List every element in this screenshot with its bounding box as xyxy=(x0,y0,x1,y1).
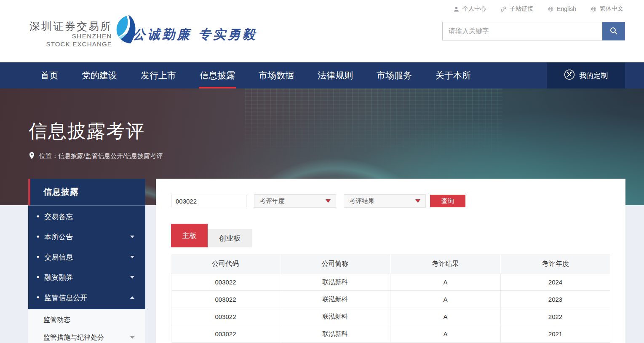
brand-name-en2: STOCK EXCHANGE xyxy=(46,40,112,48)
site-header: 个人中心 子站链接 English 繁体中文 深圳证券交易所 SHENZHEN … xyxy=(0,0,644,62)
content-row: 信息披露 • 交易备忘 • 本所公告 • 交易信息 • 融资融券 xyxy=(28,179,625,343)
nav-item[interactable]: 市场服务 xyxy=(376,62,413,88)
sidebar-item-label: 融资融券 xyxy=(44,273,73,282)
chevron-icon xyxy=(130,296,134,299)
search-icon xyxy=(609,27,618,36)
table-cell: 2023 xyxy=(500,291,610,308)
nav-item[interactable]: 关于本所 xyxy=(435,62,472,88)
site-search-input[interactable] xyxy=(442,22,602,40)
table-header-cell: 公司简称 xyxy=(280,255,390,273)
sidebar-item[interactable]: • 监管信息公开 xyxy=(28,287,145,308)
table-header-row: 公司代码公司简称考评结果考评年度 xyxy=(171,255,610,273)
nav-item[interactable]: 发行上市 xyxy=(140,62,177,88)
eval-year-select[interactable]: 考评年度 xyxy=(254,194,336,208)
evaluation-table: 公司代码公司简称考评结果考评年度 003022联泓新科A2024003022联泓… xyxy=(171,255,610,343)
query-button[interactable]: 查询 xyxy=(430,195,465,207)
eval-table-body: 003022联泓新科A2024003022联泓新科A2023003022联泓新科… xyxy=(171,273,610,343)
chevron-icon xyxy=(130,236,134,238)
my-customization-button[interactable]: 我的定制 xyxy=(547,62,625,88)
table-cell: 2022 xyxy=(500,308,610,325)
bullet-icon: • xyxy=(37,294,39,301)
link-icon xyxy=(500,6,507,12)
sidebar-item-label: 监管信息公开 xyxy=(44,293,87,303)
sidebar: 信息披露 • 交易备忘 • 本所公告 • 交易信息 • 融资融券 xyxy=(28,179,145,343)
board-tab[interactable]: 创业板 xyxy=(208,229,252,247)
table-cell: 联泓新科 xyxy=(280,325,390,343)
main-panel: 考评年度 考评结果 查询 主板创业板 公司代码公司简称考评结果考评年度 0030… xyxy=(156,179,625,343)
topbar-link[interactable]: English xyxy=(548,5,576,12)
table-cell: 联泓新科 xyxy=(280,308,390,325)
table-row: 003022联泓新科A2021 xyxy=(171,325,610,343)
topbar-link-label: 繁体中文 xyxy=(600,5,623,13)
table-cell: A xyxy=(390,308,501,325)
topbar-link-label: English xyxy=(557,5,576,12)
my-customization-label: 我的定制 xyxy=(579,71,608,80)
nav-item[interactable]: 首页 xyxy=(40,62,59,88)
table-cell: 003022 xyxy=(171,273,280,291)
topbar-link[interactable]: 子站链接 xyxy=(500,5,533,13)
nav-item[interactable]: 信息披露 xyxy=(199,62,236,88)
table-cell: 003022 xyxy=(171,308,280,325)
table-cell: 003022 xyxy=(171,325,280,343)
sidebar-item[interactable]: • 本所公告 xyxy=(28,227,145,247)
sidebar-item[interactable]: • 交易信息 xyxy=(28,247,145,267)
brand-slogan: 公诚勤廉 专实勇毅 xyxy=(133,26,257,43)
page-title: 信息披露考评 xyxy=(29,119,145,144)
company-code-input[interactable] xyxy=(171,195,246,207)
table-cell: 联泓新科 xyxy=(280,273,390,291)
table-row: 003022联泓新科A2023 xyxy=(171,291,610,308)
chevron-down-icon xyxy=(130,336,134,339)
nav-item[interactable]: 法律规则 xyxy=(317,62,354,88)
table-cell: 联泓新科 xyxy=(280,291,390,308)
bullet-icon: • xyxy=(37,233,39,241)
table-header-cell: 公司代码 xyxy=(171,255,280,273)
bullet-icon: • xyxy=(37,273,39,281)
topbar-link[interactable]: 繁体中文 xyxy=(591,5,623,13)
brand-name-cn: 深圳证券交易所 xyxy=(29,20,112,32)
sidebar-item[interactable]: • 交易备忘 xyxy=(28,206,145,227)
topbar-link-label: 子站链接 xyxy=(510,5,533,13)
eval-result-select[interactable]: 考评结果 xyxy=(344,194,426,208)
board-tabs: 主板创业板 xyxy=(171,224,610,247)
topbar-link-label: 个人中心 xyxy=(462,5,486,13)
sidebar-title: 信息披露 xyxy=(28,179,145,205)
sidebar-item-label: 交易信息 xyxy=(44,252,73,262)
table-cell: 2021 xyxy=(500,325,610,343)
nav-item[interactable]: 市场数据 xyxy=(258,62,295,88)
user-icon xyxy=(453,6,460,12)
table-cell: 003022 xyxy=(171,291,280,308)
brand[interactable]: 深圳证券交易所 SHENZHEN STOCK EXCHANGE xyxy=(29,20,140,48)
site-search xyxy=(442,22,625,40)
breadcrumb: 位置：信息披露/监管信息公开/信息披露考评 xyxy=(29,152,163,161)
globe-icon xyxy=(548,6,554,12)
table-cell: A xyxy=(390,325,501,343)
table-row: 003022联泓新科A2022 xyxy=(171,308,610,325)
globe-icon xyxy=(591,6,597,12)
table-header-cell: 考评年度 xyxy=(500,255,610,273)
table-header-cell: 考评结果 xyxy=(390,255,501,273)
nav-item[interactable]: 党的建设 xyxy=(81,62,118,88)
sidebar-item-label: 本所公告 xyxy=(44,232,73,242)
sidebar-subitem-label: 监管措施与纪律处分 xyxy=(43,333,104,342)
eval-result-select-label: 考评结果 xyxy=(349,197,374,205)
eval-year-select-label: 考评年度 xyxy=(259,197,285,205)
table-cell: A xyxy=(390,291,501,308)
chevron-icon xyxy=(130,276,134,279)
dropdown-triangle-icon xyxy=(326,199,331,203)
brand-name-en1: SHENZHEN xyxy=(72,32,112,40)
main-nav: 首页党的建设发行上市信息披露市场数据法律规则市场服务关于本所 我的定制 xyxy=(0,62,644,88)
sidebar-subitem[interactable]: 监管动态 xyxy=(28,311,145,329)
bullet-icon: • xyxy=(37,213,39,220)
site-search-button[interactable] xyxy=(602,22,625,40)
breadcrumb-text: 位置：信息披露/监管信息公开/信息披露考评 xyxy=(39,152,163,160)
topbar-link[interactable]: 个人中心 xyxy=(453,5,486,13)
table-cell: A xyxy=(390,273,501,291)
location-pin-icon xyxy=(29,152,35,161)
sidebar-item[interactable]: • 融资融券 xyxy=(28,267,145,287)
filter-row: 考评年度 考评结果 查询 xyxy=(171,194,610,208)
tools-icon xyxy=(564,69,575,82)
chevron-icon xyxy=(130,256,134,258)
board-tab[interactable]: 主板 xyxy=(171,224,208,247)
sidebar-subitem[interactable]: 监管措施与纪律处分 xyxy=(28,329,145,343)
sidebar-subitem-label: 监管动态 xyxy=(43,316,70,324)
